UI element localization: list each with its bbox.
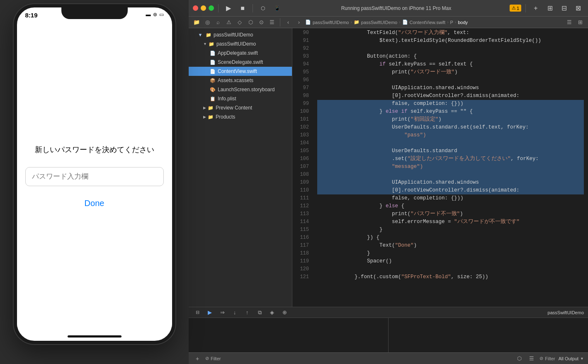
code-line-100: } else if self.keyPass == "" { (317, 108, 584, 116)
debug-step-out-btn[interactable]: ↑ (243, 308, 252, 317)
code-token: } (317, 250, 370, 256)
debug-simulate-btn[interactable]: ⊕ (280, 308, 289, 317)
file-item-8[interactable]: ▶📁Products (189, 112, 292, 121)
forward-button[interactable]: › (294, 18, 304, 27)
code-line-121: }.font(.custom("SFProText-Bold", size: 2… (317, 273, 584, 281)
file-item-0[interactable]: ▼📁passSwiftUIDemo (189, 39, 292, 49)
code-token: "パスワード入力欄" (398, 30, 447, 36)
breadcrumb-filename[interactable]: ContentView.swift (410, 20, 446, 25)
file-item-7[interactable]: ▶📁Preview Content (189, 103, 292, 112)
line-num-94: 94 (292, 61, 309, 68)
folder-icon: 📁 (207, 114, 214, 120)
run-button[interactable]: ▶ (223, 4, 234, 13)
breadcrumb-project[interactable]: passSwiftUIDemo (313, 20, 349, 25)
line-num-114: 114 (292, 218, 309, 226)
scheme-label: passSwiftUIDemo (548, 310, 584, 315)
code-token: .set( (317, 156, 408, 162)
line-num-120: 120 (292, 265, 309, 273)
sep-nav (280, 18, 280, 27)
line-num-100: 100 (292, 108, 309, 116)
code-line-90: TextField("パスワード入力欄", text: (317, 29, 584, 37)
file-item-2[interactable]: 📄SceneDelegate.swift (189, 58, 292, 67)
iphone-password-input[interactable] (25, 167, 164, 186)
breadcrumb-icon: 📄 (305, 19, 311, 25)
storyboard-icon: 🎨 (209, 86, 216, 93)
disclosure-arrow: ▶ (203, 115, 206, 119)
code-line-102: UserDefaults.standard.set(self.text, for… (317, 124, 584, 131)
view-toggle-btn[interactable]: ⊞ (576, 18, 585, 27)
code-token: "Done" (395, 243, 414, 248)
nav-folder-btn[interactable]: 📁 (192, 18, 201, 27)
line-numbers: 9091929394959697989910010110210310410510… (292, 28, 313, 307)
debug-right-panel (389, 318, 588, 352)
close-button[interactable] (193, 5, 198, 11)
file-item-6[interactable]: 📋Info.plist (189, 94, 292, 103)
breadcrumb-group[interactable]: passSwiftUIDemo (361, 20, 397, 25)
back-button[interactable]: ‹ (284, 18, 293, 27)
xcode-toolbar: ▶ ■ ⬡ 📱 Running passSwiftUIDemo on iPhon… (189, 0, 588, 17)
code-line-97: UIApplication.shared.windows (317, 84, 584, 92)
line-num-93: 93 (292, 53, 309, 61)
add-bottom-btn[interactable]: + (193, 354, 202, 363)
code-token: "SFProText-Bold" (401, 274, 451, 280)
breadcrumb-current[interactable]: body (458, 20, 468, 25)
code-line-120 (317, 265, 584, 273)
code-token: Spacer() (317, 258, 392, 264)
debug-view-hierarchy-btn[interactable]: ⧉ (255, 308, 264, 317)
debug-memory-btn[interactable]: ◈ (267, 308, 277, 317)
code-token: UserDefaults.standard.set(self.text, for… (317, 124, 529, 130)
nav-source-btn[interactable]: ◎ (203, 18, 212, 27)
nav-search-btn[interactable]: ⌕ (214, 18, 223, 27)
code-line-101: print("初回設定") (317, 116, 584, 124)
layout-button1[interactable]: ⊞ (544, 4, 556, 13)
code-token: $text).textFieldStyle(RoundedBorderTextF… (317, 38, 541, 44)
debug-pause-btn[interactable]: ▶ (205, 308, 214, 317)
code-editor[interactable]: 9091929394959697989910010110210310410510… (292, 28, 588, 307)
code-token: self.errorMessage = (317, 219, 454, 225)
xcode-bottom-bar: + ⊘ Filter ⬡ ☰ ⊘ Filter All Output ▼ (189, 352, 588, 364)
line-num-104: 104 (292, 139, 309, 147)
breadcrumb-type[interactable]: P (450, 20, 453, 25)
device-selector[interactable]: 📱 (271, 4, 283, 13)
maximize-button[interactable] (209, 5, 214, 11)
code-token: Text( (317, 243, 395, 248)
scheme-selector[interactable]: ⬡ (257, 4, 269, 13)
file-item-1[interactable]: 📄AppDelegate.swift (189, 49, 292, 58)
layout-button2[interactable]: ⊟ (558, 4, 570, 13)
debug-step-in-btn[interactable]: ↓ (230, 308, 239, 317)
code-token: }) { (317, 235, 379, 240)
file-root[interactable]: ▼📁passSwiftUIDemo (189, 30, 292, 39)
debug-step-over-btn[interactable]: ⇒ (218, 308, 227, 317)
iphone-done-button[interactable]: Done (85, 199, 104, 208)
code-token: else (386, 203, 398, 209)
nav-breakpoint-btn[interactable]: ⊙ (257, 18, 266, 27)
debug-hide-vars-btn[interactable]: ⊟ (193, 308, 202, 317)
code-line-107: "message") (317, 163, 584, 171)
minimize-button[interactable] (201, 5, 206, 11)
file-item-3[interactable]: 📄ContentView.swift (189, 67, 292, 76)
right-toolbar: ☰ ⊞ (565, 18, 585, 27)
nav-test-btn[interactable]: ◇ (235, 18, 244, 27)
file-item-4[interactable]: 📦Assets.xcassets (189, 76, 292, 85)
output-icon-btn[interactable]: ☰ (527, 354, 536, 363)
file-name: passSwiftUIDemo (216, 41, 256, 47)
layout-button3[interactable]: ⊠ (572, 4, 584, 13)
line-num-105: 105 (292, 147, 309, 155)
code-line-114: self.errorMessage = "パスワードが不一致です" (317, 218, 584, 226)
nav-report-btn[interactable]: ☰ (267, 18, 277, 27)
debug-content (189, 318, 588, 352)
stop-button[interactable]: ■ (237, 4, 248, 13)
add-file-button[interactable]: + (530, 4, 542, 13)
line-num-92: 92 (292, 45, 309, 53)
file-item-5[interactable]: 🎨LaunchScreen.storyboard (189, 85, 292, 94)
disclosure-arrow: ▶ (203, 106, 206, 110)
xcode-panel: ▶ ■ ⬡ 📱 Running passSwiftUIDemo on iPhon… (189, 0, 588, 364)
editor-menu-btn[interactable]: ☰ (565, 18, 574, 27)
code-token: TextField( (317, 30, 398, 36)
breadcrumb-folder: 📁 (354, 19, 360, 25)
line-num-116: 116 (292, 234, 309, 242)
line-num-97: 97 (292, 84, 309, 92)
nav-debug-btn[interactable]: ⬡ (246, 18, 255, 27)
debug-icon-btn[interactable]: ⬡ (515, 354, 524, 363)
nav-warning-btn[interactable]: ⚠ (224, 18, 233, 27)
